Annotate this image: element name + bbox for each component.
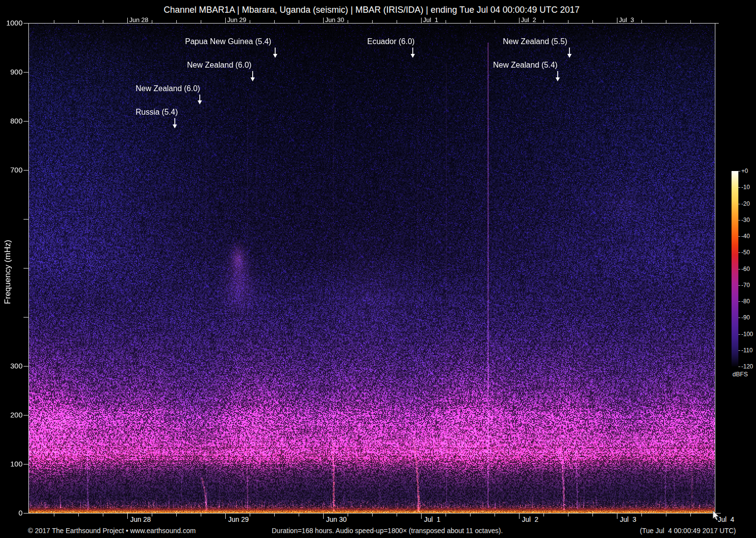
down-arrow-icon	[567, 48, 572, 58]
x-axis-minor-tick	[446, 514, 446, 516]
x-axis-minor-tick	[348, 514, 348, 516]
colorbar-label: -70	[741, 282, 750, 289]
x-axis-minor-tick	[495, 20, 495, 23]
y-axis-label: 200	[0, 411, 23, 419]
footer-timestamp: (Tue Jul 4 00:00:49 2017 UTC)	[640, 527, 736, 535]
colorbar-tick	[738, 171, 740, 171]
y-axis-tick	[24, 317, 28, 318]
x-axis-minor-tick	[78, 20, 79, 23]
colorbar-label: -10	[741, 184, 750, 191]
x-axis-minor-tick	[250, 514, 250, 516]
x-axis-label: Jul 3	[620, 515, 636, 523]
x-axis-minor-tick	[201, 20, 201, 23]
x-axis-minor-tick	[690, 514, 691, 516]
x-axis-minor-tick	[543, 514, 544, 516]
x-axis-minor-tick	[495, 514, 495, 516]
x-axis-minor-tick	[274, 20, 275, 23]
x-axis-minor-tick	[372, 514, 373, 516]
x-axis-label: Jun 30	[326, 515, 347, 523]
x-axis-minor-tick	[299, 514, 299, 516]
x-axis-major-tick	[323, 514, 324, 519]
x-axis-label: Jul 1	[424, 515, 440, 523]
footer-duration-note: Duration=168 hours. Audio speed-up=1800×…	[272, 527, 503, 535]
colorbar-tick	[738, 187, 740, 188]
y-axis-tick	[24, 219, 28, 220]
x-axis-minor-tick	[470, 514, 471, 516]
colorbar-tick	[738, 285, 740, 286]
event-annotation-label: New Zealand (5.4)	[493, 61, 558, 70]
mouse-cursor-icon	[711, 511, 719, 521]
x-axis-label: Jul 3	[619, 16, 634, 24]
x-axis-minor-tick	[372, 20, 373, 23]
x-axis-minor-tick	[103, 514, 103, 516]
y-axis-tick	[24, 170, 28, 171]
colorbar-label: -100	[741, 331, 753, 338]
x-axis-minor-tick	[152, 20, 152, 23]
x-axis-minor-tick	[250, 20, 250, 23]
y-axis-label: 1000	[0, 19, 23, 27]
colorbar-tick	[738, 252, 740, 253]
x-axis-minor-tick	[397, 20, 397, 23]
x-axis-minor-tick	[176, 20, 177, 23]
x-axis-label: Jun 29	[227, 16, 246, 24]
x-axis-major-tick	[617, 514, 617, 519]
x-axis-minor-tick	[176, 514, 177, 516]
y-axis-tick	[24, 72, 28, 73]
y-axis-tick	[24, 513, 28, 514]
event-annotation-label: Papua New Guinea (5.4)	[185, 37, 271, 46]
colorbar-tick	[738, 204, 740, 204]
x-axis-label: Jul 2	[522, 515, 538, 523]
y-axis-title: Frequency (mHz)	[3, 233, 13, 311]
x-axis-minor-tick	[446, 20, 446, 23]
colorbar-tick	[738, 334, 740, 335]
colorbar-label: -90	[741, 314, 750, 321]
x-axis-label: Jul 4	[718, 515, 734, 523]
colorbar-tick	[738, 301, 740, 302]
x-axis-minor-tick	[274, 514, 275, 516]
colorbar-tick	[738, 220, 740, 220]
x-axis-minor-tick	[690, 20, 691, 23]
x-axis-label: Jun 28	[130, 515, 151, 523]
y-axis-label: 800	[0, 117, 23, 125]
x-axis-minor-tick	[543, 20, 544, 23]
colorbar-tick	[738, 367, 740, 367]
event-annotation-label: New Zealand (6.0)	[187, 61, 252, 70]
colorbar-label: -80	[741, 298, 750, 305]
x-axis-major-tick	[127, 18, 128, 23]
colorbar-label: -110	[741, 347, 753, 354]
x-axis-minor-tick	[568, 514, 568, 516]
x-axis-label: Jul 2	[521, 16, 536, 24]
y-axis-tick	[24, 464, 28, 465]
colorbar-label: -120	[741, 363, 753, 370]
x-axis-minor-tick	[592, 514, 593, 516]
colorbar-label: -20	[741, 200, 750, 207]
x-axis-minor-tick	[568, 20, 568, 23]
y-axis-label: 300	[0, 362, 23, 370]
down-arrow-icon	[197, 95, 203, 104]
y-axis-tick	[24, 415, 28, 416]
x-axis-major-tick	[225, 18, 226, 23]
x-axis-minor-tick	[201, 514, 201, 516]
x-axis-major-tick	[127, 514, 128, 519]
y-axis-label: 700	[0, 166, 23, 174]
event-annotation-label: Russia (5.4)	[136, 108, 178, 117]
event-annotation-label: New Zealand (6.0)	[136, 84, 200, 93]
colorbar-unit-label: dBFS	[732, 371, 748, 378]
page-title: Channel MBAR1A | Mbarara, Uganda (seismi…	[28, 5, 715, 15]
x-axis-minor-tick	[641, 20, 642, 23]
x-axis-minor-tick	[299, 20, 299, 23]
x-axis-minor-tick	[666, 20, 666, 23]
x-axis-minor-tick	[397, 514, 397, 516]
y-axis-label: 100	[0, 460, 23, 468]
x-axis-major-tick	[421, 514, 422, 519]
y-axis-label: 0	[0, 509, 23, 517]
x-axis-minor-tick	[666, 514, 666, 516]
event-annotation-label: New Zealand (5.5)	[503, 37, 567, 46]
x-axis-minor-tick	[152, 514, 152, 516]
colorbar-label: -50	[741, 249, 750, 256]
colorbar-tick	[738, 350, 740, 351]
spectrogram-viewer: Channel MBAR1A | Mbarara, Uganda (seismi…	[0, 0, 756, 538]
colorbar-gradient	[732, 171, 738, 367]
x-axis-major-tick	[225, 514, 226, 519]
down-arrow-icon	[410, 48, 416, 58]
